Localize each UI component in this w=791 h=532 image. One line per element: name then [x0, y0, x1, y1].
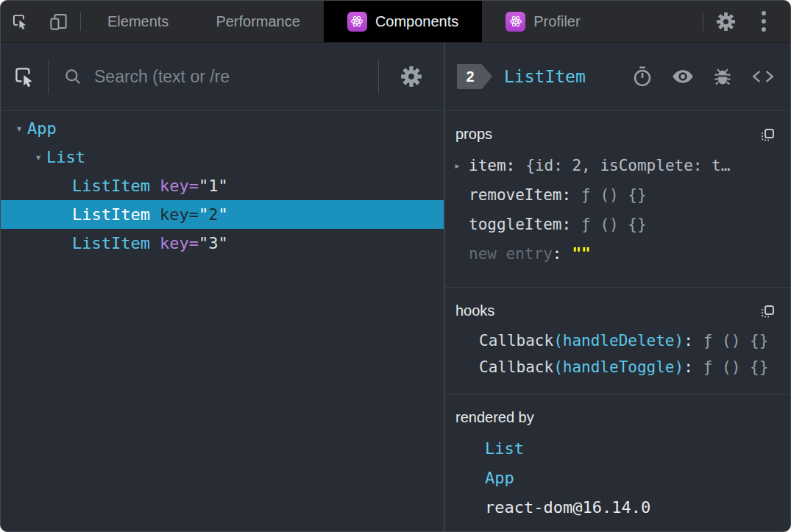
tree-row-app[interactable]: ▾ App	[1, 114, 444, 143]
quote: "	[199, 205, 208, 224]
component-tree: ▾ App ▾ List ListItem key = " 1 "	[1, 111, 444, 531]
prop-value: {id: 2, isComplete: t…	[525, 157, 730, 174]
chevron-down-icon[interactable]: ▾	[30, 150, 46, 164]
equals-sign: =	[189, 205, 199, 224]
quote: "	[218, 177, 227, 195]
equals-sign: =	[189, 177, 199, 195]
key-attribute-value: 3	[208, 234, 218, 252]
owner-link[interactable]: List	[485, 439, 524, 458]
copy-props-button[interactable]	[759, 127, 776, 143]
rendered-by-react-dom: react-dom@16.14.0	[453, 492, 780, 522]
expand-arrow-icon[interactable]: ▸	[453, 159, 469, 172]
component-name: ListItem	[72, 234, 150, 252]
renderer-version: react-dom@16.14.0	[485, 498, 650, 517]
hook-value: ƒ () {}	[703, 358, 769, 376]
component-name: List	[46, 148, 85, 166]
select-element-button[interactable]	[1, 64, 48, 89]
chevron-down-icon[interactable]: ▾	[11, 121, 27, 135]
tab-label: Performance	[216, 13, 300, 30]
gear-icon	[716, 12, 736, 32]
tree-row-listitem-2-selected[interactable]: ListItem key = " 2 "	[1, 200, 444, 229]
prop-name: removeItem	[469, 186, 561, 204]
inspector-header: 2 ListItem	[445, 43, 790, 111]
quote: "	[218, 234, 227, 252]
hooks-section: hooks Callback(handleDelete): ƒ () {} Ca…	[445, 288, 790, 394]
devtools-window: Elements Performance Components	[0, 0, 791, 532]
search-input[interactable]	[94, 67, 378, 87]
rendered-by-section-title: rendered by	[455, 409, 534, 426]
quote: "	[218, 205, 227, 224]
hook-row-handledelete[interactable]: Callback(handleDelete): ƒ () {}	[453, 327, 780, 354]
tab-label: Profiler	[533, 13, 580, 30]
component-name: ListItem	[72, 177, 150, 195]
rendered-by-section: rendered by List App react-dom@16.14.0	[445, 394, 790, 531]
tree-settings-button[interactable]	[379, 65, 444, 88]
components-panel: ▾ App ▾ List ListItem key = " 1 "	[1, 43, 790, 531]
quote: "	[199, 234, 208, 252]
tab-label: Components	[375, 13, 458, 30]
tree-row-list[interactable]: ▾ List	[1, 143, 444, 171]
owner-link[interactable]: App	[485, 469, 514, 487]
suspend-timer-button[interactable]	[631, 65, 653, 88]
tab-performance[interactable]: Performance	[192, 1, 324, 42]
prop-row-toggleitem[interactable]: toggleItem: ƒ () {}	[453, 210, 780, 239]
react-logo-icon	[347, 12, 367, 32]
debug-log-bug-button[interactable]	[712, 66, 733, 87]
tab-label: Elements	[107, 13, 169, 30]
tab-components[interactable]: Components	[324, 1, 482, 42]
props-section-title: props	[455, 126, 492, 143]
hook-type: Callback	[479, 332, 553, 350]
view-source-code-button[interactable]	[751, 67, 776, 86]
tree-toolbar	[1, 43, 444, 111]
devtools-settings-button[interactable]	[706, 1, 745, 42]
hook-fn-name: (handleDelete)	[553, 332, 684, 350]
key-attribute-value: 2	[208, 205, 218, 224]
component-inspector-panel: 2 ListItem	[445, 43, 790, 531]
key-attribute-name: key	[160, 177, 189, 195]
prop-value: ƒ () {}	[581, 186, 647, 204]
search-icon	[63, 67, 82, 86]
component-tree-panel: ▾ App ▾ List ListItem key = " 1 "	[1, 43, 444, 531]
inspector-actions	[631, 65, 776, 88]
inspect-dom-eye-button[interactable]	[671, 65, 695, 88]
copy-hooks-button[interactable]	[759, 304, 776, 320]
component-name: App	[27, 119, 57, 138]
owners-stack-badge[interactable]: 2	[457, 64, 492, 89]
hooks-section-title: hooks	[455, 302, 494, 319]
hook-row-handletoggle[interactable]: Callback(handleToggle): ƒ () {}	[453, 354, 780, 380]
prop-row-item[interactable]: ▸ item: {id: 2, isComplete: t…	[453, 151, 780, 180]
equals-sign: =	[189, 234, 199, 252]
search-area	[49, 67, 378, 87]
component-name: ListItem	[72, 205, 150, 224]
inspect-cursor-icon	[12, 64, 37, 89]
tree-row-listitem-3[interactable]: ListItem key = " 3 "	[1, 229, 444, 258]
kebab-menu-icon	[761, 10, 767, 32]
prop-row-removeitem[interactable]: removeItem: ƒ () {}	[453, 180, 780, 210]
react-logo-icon	[506, 12, 525, 32]
hook-type: Callback	[479, 358, 553, 376]
devtools-menu-button[interactable]	[745, 1, 783, 42]
rendered-by-list[interactable]: List	[453, 433, 780, 463]
tab-profiler[interactable]: Profiler	[482, 1, 603, 42]
prop-name: toggleItem	[469, 216, 561, 233]
inspect-element-button[interactable]	[1, 1, 39, 42]
toolbar-separator	[703, 12, 703, 31]
toggle-device-toolbar-button[interactable]	[39, 1, 77, 42]
prop-name: item	[469, 157, 506, 174]
hook-fn-name: (handleToggle)	[553, 358, 684, 376]
owners-count: 2	[466, 68, 474, 85]
new-entry-name-input[interactable]: new entry	[469, 245, 553, 263]
prop-value: ƒ () {}	[581, 216, 647, 233]
key-attribute-value: 1	[208, 177, 218, 195]
rendered-by-app[interactable]: App	[453, 463, 780, 492]
devtools-top-bar: Elements Performance Components	[1, 1, 790, 43]
quote: "	[199, 177, 208, 195]
gear-icon	[400, 65, 422, 88]
tab-elements[interactable]: Elements	[84, 1, 192, 42]
selected-component-title: ListItem	[504, 67, 586, 86]
new-entry-value-input[interactable]: ""	[572, 245, 590, 263]
hook-value: ƒ () {}	[703, 332, 769, 350]
tree-row-listitem-1[interactable]: ListItem key = " 1 "	[1, 171, 444, 200]
props-section: props ▸ item: {id: 2, isComplete: t…	[445, 111, 790, 288]
prop-row-new-entry[interactable]: new entry: ""	[453, 239, 780, 269]
